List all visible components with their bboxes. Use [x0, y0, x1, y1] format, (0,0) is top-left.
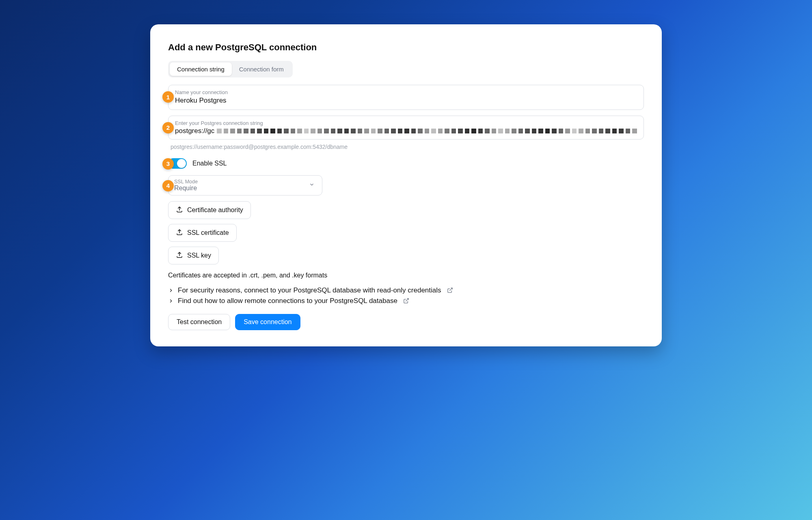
- certificate-authority-label: Certificate authority: [187, 206, 243, 214]
- ssl-mode-value: Require: [174, 185, 301, 192]
- name-field[interactable]: Name your connection: [168, 85, 644, 110]
- name-field-label: Name your connection: [175, 89, 637, 95]
- action-row: Test connection Save connection: [168, 314, 644, 330]
- callout-1: 1: [162, 91, 174, 103]
- page-title: Add a new PostgreSQL connection: [168, 42, 644, 53]
- tab-connection-form[interactable]: Connection form: [232, 62, 291, 76]
- svg-line-3: [449, 288, 452, 291]
- save-connection-button[interactable]: Save connection: [235, 314, 300, 330]
- external-link-icon: [403, 298, 409, 304]
- connection-string-prefix: postgres://gc: [175, 127, 214, 135]
- remote-connections-text: Find out how to allow remote connections…: [178, 297, 397, 305]
- name-input[interactable]: [175, 96, 637, 105]
- callout-4: 4: [162, 180, 174, 191]
- callout-3: 3: [162, 158, 174, 170]
- ssl-certificate-label: SSL certificate: [187, 229, 229, 236]
- enable-ssl-label: Enable SSL: [192, 160, 227, 167]
- chevron-down-icon: [309, 182, 315, 189]
- upload-icon: [176, 251, 183, 260]
- test-connection-button[interactable]: Test connection: [168, 314, 230, 330]
- tabs: Connection string Connection form: [168, 61, 293, 77]
- ssl-key-label: SSL key: [187, 252, 211, 259]
- ssl-certificate-button[interactable]: SSL certificate: [168, 224, 237, 242]
- certificate-format-note: Certificates are accepted in .crt, .pem,…: [168, 272, 644, 279]
- connection-string-label: Enter your Postgres connection string: [175, 120, 637, 126]
- tab-connection-string[interactable]: Connection string: [170, 62, 232, 76]
- connection-string-field[interactable]: Enter your Postgres connection string po…: [168, 116, 644, 140]
- svg-line-4: [406, 299, 408, 301]
- callout-2: 2: [162, 122, 174, 133]
- connection-string-hint: postgres://username:password@postgres.ex…: [171, 144, 643, 150]
- connection-string-redacted: [217, 129, 637, 133]
- readonly-credentials-text: For security reasons, connect to your Po…: [178, 286, 441, 294]
- certificate-authority-button[interactable]: Certificate authority: [168, 201, 251, 219]
- readonly-credentials-link[interactable]: For security reasons, connect to your Po…: [168, 286, 644, 294]
- remote-connections-link[interactable]: Find out how to allow remote connections…: [168, 297, 644, 305]
- chevron-right-icon: [168, 288, 174, 293]
- ssl-key-button[interactable]: SSL key: [168, 247, 219, 264]
- upload-icon: [176, 228, 183, 237]
- toggle-knob: [177, 159, 186, 168]
- ssl-mode-label: SSL Mode: [174, 179, 301, 185]
- connection-panel: Add a new PostgreSQL connection Connecti…: [150, 24, 662, 346]
- external-link-icon: [447, 287, 453, 293]
- upload-icon: [176, 206, 183, 215]
- chevron-right-icon: [168, 298, 174, 304]
- ssl-mode-select[interactable]: SSL Mode Require: [168, 175, 322, 196]
